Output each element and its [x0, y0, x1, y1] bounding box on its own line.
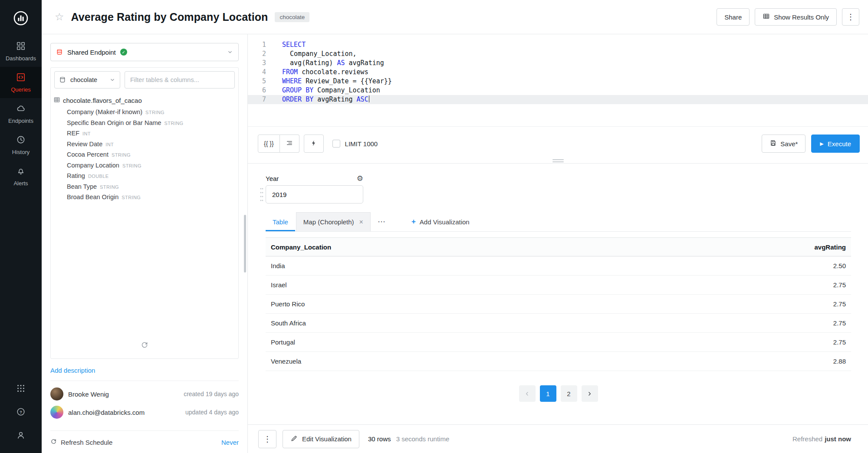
sidebar-item-queries[interactable]: Queries [0, 67, 42, 98]
table-row: Portugal2.75 [266, 333, 851, 352]
code-line[interactable]: 5WHERE Review_Date = {{Year}} [248, 77, 868, 86]
schema-column[interactable]: REFINT [67, 128, 235, 139]
line-number: 1 [248, 40, 273, 49]
endpoint-ok-check-icon: ✓ [120, 49, 127, 56]
statusbar-kebab-button[interactable]: ⋮ [258, 430, 276, 448]
save-button[interactable]: Save* [762, 135, 806, 153]
help-icon[interactable]: ? [16, 407, 26, 418]
table-row: South Africa2.75 [266, 314, 851, 333]
page-button-2[interactable]: 2 [561, 385, 577, 402]
schema-column[interactable]: Bean TypeSTRING [67, 182, 235, 193]
dashboards-icon [16, 41, 26, 52]
query-header: ☆ Average Rating by Company Location cho… [42, 0, 868, 34]
query-tag[interactable]: chocolate [275, 12, 309, 22]
previous-page-button[interactable] [519, 385, 536, 402]
code-text: WHERE Review_Date = {{Year}} [273, 77, 392, 86]
splitter-drag-handle[interactable] [552, 158, 564, 164]
tab-map-choropleth[interactable]: Map (Choropleth) × [296, 212, 371, 231]
edit-visualization-button[interactable]: Edit Visualization [283, 430, 359, 448]
parameter-year-input[interactable] [266, 185, 363, 204]
schema-filter-input[interactable] [125, 71, 235, 89]
kebab-icon: ⋮ [847, 12, 855, 22]
add-visualization-button[interactable]: + Add Visualization [404, 212, 477, 231]
add-visualization-label: Add Visualization [420, 218, 470, 226]
schema-refresh-spinner-icon[interactable] [141, 341, 148, 351]
history-clock-icon [16, 135, 26, 146]
column-header-location[interactable]: Company_Location [266, 243, 559, 251]
code-text: avg(Rating) AS avgRating [273, 59, 384, 68]
owner-row: alan.choi@databricks.com updated 4 days … [50, 406, 239, 419]
sidebar-item-endpoints[interactable]: Endpoints [0, 98, 42, 129]
endpoint-selector[interactable]: Shared Endpoint ✓ [50, 43, 239, 61]
table-row: Venezuela2.88 [266, 352, 851, 371]
schema-table[interactable]: chocolate.flavors_of_cacao [53, 96, 235, 105]
code-line[interactable]: 6GROUP BY Company_Location [248, 86, 868, 95]
code-line[interactable]: 4FROM chocolate.reviews [248, 68, 868, 77]
schema-column[interactable]: Company LocationSTRING [67, 161, 235, 171]
close-icon[interactable]: × [359, 218, 363, 226]
tab-label: Table [273, 218, 288, 226]
code-line[interactable]: 3 avg(Rating) AS avgRating [248, 59, 868, 68]
schema-column[interactable]: Specific Bean Origin or Bar NameSTRING [67, 118, 235, 129]
next-page-button[interactable] [582, 385, 598, 402]
plus-icon: + [411, 217, 416, 226]
sidebar-item-history[interactable]: History [0, 129, 42, 161]
divider [50, 430, 239, 431]
parameter-label: Year [266, 175, 279, 182]
format-query-button[interactable] [280, 135, 299, 153]
show-results-only-button[interactable]: Show Results Only [755, 8, 837, 26]
cell-avgrating: 2.88 [559, 358, 852, 365]
table-icon [53, 96, 60, 105]
sidebar-item-label: Dashboards [6, 55, 36, 62]
database-selector[interactable]: chocolate [54, 71, 120, 89]
schema-column[interactable]: Cocoa PercentSTRING [67, 150, 235, 161]
schema-column[interactable]: Company (Maker-if known)STRING [67, 107, 235, 118]
panel-scrollbar[interactable] [244, 215, 246, 272]
updated-timestamp: updated 4 days ago [185, 409, 239, 416]
cell-location: Venezuela [266, 358, 559, 365]
refresh-icon [50, 438, 57, 446]
insert-parameter-button[interactable]: {{ }} [258, 135, 280, 153]
favorite-star-icon[interactable]: ☆ [55, 11, 64, 23]
schema-column[interactable]: RatingDOUBLE [67, 171, 235, 182]
refreshed-value: just now [825, 435, 851, 443]
line-number: 4 [248, 68, 273, 77]
account-person-icon[interactable] [16, 430, 26, 442]
tab-table[interactable]: Table [266, 212, 295, 231]
cell-location: South Africa [266, 319, 559, 327]
code-lines: 1SELECT2 Company_Location,3 avg(Rating) … [248, 40, 868, 104]
code-line[interactable]: 2 Company_Location, [248, 49, 868, 59]
pagination: 12 [266, 385, 851, 402]
save-floppy-icon [769, 139, 777, 148]
apps-grid-icon[interactable] [16, 384, 26, 395]
parameter-gear-icon[interactable]: ⚙ [357, 175, 363, 182]
autocomplete-button[interactable] [304, 135, 324, 153]
content: Shared Endpoint ✓ chocolate [42, 34, 868, 453]
endpoint-label: Shared Endpoint [67, 49, 116, 56]
cell-avgrating: 2.50 [559, 262, 852, 269]
header-kebab-button[interactable]: ⋮ [842, 8, 859, 26]
app-logo[interactable] [11, 9, 30, 30]
limit-checkbox[interactable] [332, 140, 340, 148]
page-buttons: 12 [540, 385, 577, 402]
code-line[interactable]: 1SELECT [248, 40, 868, 49]
add-description-link[interactable]: Add description [50, 367, 239, 374]
more-tabs-button[interactable]: ⋯ [371, 212, 393, 231]
schema-column[interactable]: Review DateINT [67, 139, 235, 150]
share-button[interactable]: Share [717, 8, 750, 26]
divider [50, 381, 239, 381]
execute-button[interactable]: ▶ Execute [811, 135, 860, 153]
parameter-header: Year ⚙ [266, 175, 363, 182]
sidebar-item-alerts[interactable]: Alerts [0, 161, 42, 192]
parameter-drag-handle-icon[interactable] [260, 187, 264, 204]
cell-location: Israel [266, 281, 559, 289]
sidebar-item-dashboards[interactable]: Dashboards [0, 36, 42, 67]
code-line[interactable]: 7ORDER BY avgRating ASC [248, 95, 868, 104]
sql-editor[interactable]: 1SELECT2 Company_Location,3 avg(Rating) … [248, 34, 868, 127]
page-button-1[interactable]: 1 [540, 385, 556, 402]
column-header-avgrating[interactable]: avgRating [559, 243, 852, 251]
refresh-schedule-value-link[interactable]: Never [221, 439, 239, 446]
parameter-widget: Year ⚙ [266, 175, 363, 204]
line-number: 7 [248, 95, 273, 104]
schema-column[interactable]: Broad Bean OriginSTRING [67, 192, 235, 203]
